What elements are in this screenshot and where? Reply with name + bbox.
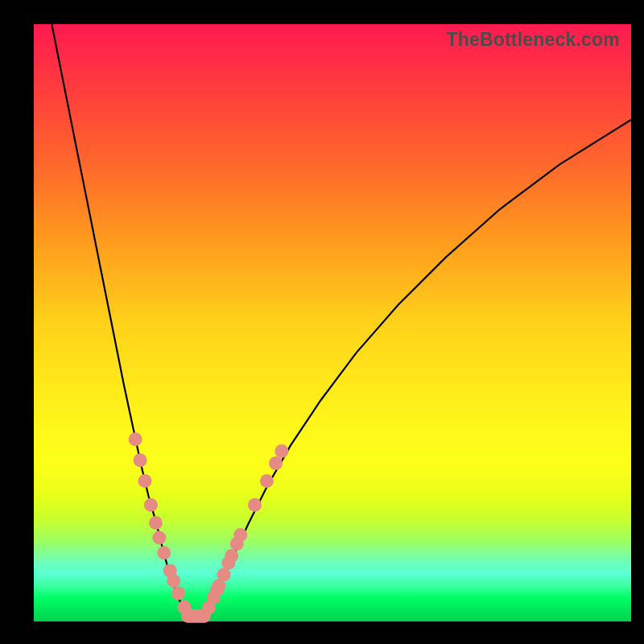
marker-group (129, 432, 289, 623)
marker-left-0 (129, 432, 142, 446)
curve-layer (34, 24, 631, 621)
marker-right-10 (260, 474, 274, 488)
marker-right-9 (248, 498, 262, 512)
marker-valley-pill (181, 609, 211, 623)
marker-right-11 (269, 456, 283, 470)
marker-left-5 (152, 531, 166, 545)
curve-left (52, 24, 188, 615)
marker-right-4 (217, 568, 231, 582)
chart-frame: TheBottleneck.com (0, 0, 644, 644)
marker-left-1 (134, 453, 147, 467)
marker-right-6 (225, 549, 238, 563)
marker-left-4 (149, 516, 163, 530)
plot-area: TheBottleneck.com (34, 24, 631, 621)
marker-left-3 (144, 498, 158, 512)
marker-left-6 (157, 546, 171, 559)
marker-left-9 (171, 587, 185, 601)
marker-right-12 (275, 444, 288, 458)
curve-right (204, 120, 632, 616)
marker-left-2 (138, 474, 152, 488)
marker-left-8 (167, 574, 180, 588)
marker-right-8 (233, 528, 247, 542)
